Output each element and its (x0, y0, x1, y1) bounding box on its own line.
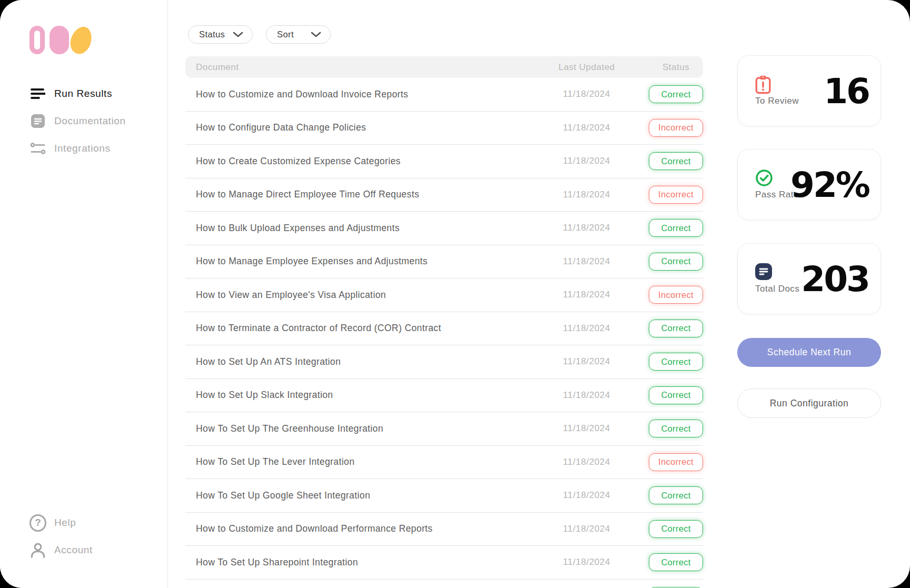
document-icon (29, 114, 46, 128)
sidebar-item-help[interactable]: ?Help (0, 509, 167, 536)
table-row[interactable]: How to Configure Data Change Policies11/… (185, 112, 703, 145)
schedule-next-run-button[interactable]: Schedule Next Run (737, 338, 881, 367)
app-window: Run ResultsDocumentationIntegrations ?He… (0, 0, 910, 588)
logo-shape-yellow-egg (67, 24, 95, 56)
table-row[interactable]: How to Manage Direct Employee Time Off R… (185, 178, 703, 212)
document-title: How to Manage Direct Employee Time Off R… (196, 189, 419, 200)
chevron-down-icon (311, 30, 321, 39)
table-row[interactable]: How to Customize and Download Invoice Re… (185, 78, 703, 112)
table-row[interactable]: How To Set Up Sharepoint Integration11/1… (185, 546, 703, 580)
chevron-down-icon (233, 30, 243, 39)
status-badge: Correct (649, 219, 703, 237)
document-title: How to Customize and Download Performanc… (196, 523, 433, 534)
account-icon (29, 541, 46, 559)
document-table: How to Customize and Download Invoice Re… (185, 78, 703, 588)
sidebar-item-label: Help (54, 517, 76, 529)
status-badge: Incorrect (649, 453, 703, 471)
status-badge: Correct (649, 386, 703, 404)
sidebar-footer-nav: ?HelpAccount (0, 509, 167, 564)
integrations-icon (29, 143, 46, 154)
table-row[interactable]: How To Set Up The Lever Integration11/18… (185, 446, 703, 480)
sidebar-item-run-results[interactable]: Run Results (0, 80, 167, 107)
clipboard-alert-icon (755, 75, 771, 96)
status-badge: Correct (649, 353, 703, 371)
stat-value: 16 (824, 71, 869, 111)
status-filter-dropdown[interactable]: Status (188, 25, 253, 44)
last-updated-date: 11/18/2024 (555, 190, 618, 200)
sidebar-nav: Run ResultsDocumentationIntegrations (0, 80, 167, 162)
sidebar-item-label: Account (54, 544, 93, 556)
status-badge: Correct (649, 253, 703, 271)
app-logo (29, 26, 91, 54)
last-updated-date: 11/18/2024 (555, 490, 618, 501)
last-updated-date: 11/18/2024 (555, 356, 618, 367)
status-filter-label: Status (199, 29, 225, 39)
document-title: How to Manage Employee Expenses and Adju… (196, 256, 428, 267)
sidebar-item-label: Run Results (54, 88, 112, 99)
last-updated-date: 11/18/2024 (555, 123, 618, 133)
table-row[interactable]: How to Terminate a Contractor of Record … (185, 312, 703, 346)
table-row[interactable]: How to Bulk Upload Expenses and Adjustme… (185, 212, 703, 245)
table-row[interactable]: How To Set Up Google Sheet Integration11… (185, 479, 703, 513)
column-header-document: Document (196, 62, 239, 73)
table-row[interactable]: How to View an Employee's Visa Applicati… (185, 278, 703, 312)
filter-lines-icon (29, 88, 46, 99)
stat-card-pass-rate: Pass Rate92% (737, 149, 881, 220)
last-updated-date: 11/18/2024 (555, 256, 618, 267)
column-header-status: Status (649, 62, 703, 73)
status-badge: Incorrect (649, 119, 703, 137)
document-title: How to Bulk Upload Expenses and Adjustme… (196, 223, 400, 234)
document-title: How to Set Up An ATS Integration (196, 356, 341, 367)
sidebar-item-label: Documentation (54, 115, 126, 127)
last-updated-date: 11/18/2024 (555, 223, 618, 233)
last-updated-date: 11/18/2024 (555, 390, 618, 401)
stat-card-total-docs: Total Docs203 (737, 243, 881, 314)
document-title: How to Configure Data Change Policies (196, 122, 366, 133)
document-title: How to View an Employee's Visa Applicati… (196, 290, 386, 301)
stat-label: Total Docs (755, 284, 799, 294)
table-header: Document Last Updated Status (185, 56, 703, 78)
status-badge: Correct (649, 85, 703, 103)
run-configuration-button[interactable]: Run Configuration (737, 388, 881, 418)
last-updated-date: 11/18/2024 (555, 290, 618, 300)
sidebar-item-integrations[interactable]: Integrations (0, 135, 167, 162)
sort-dropdown-label: Sort (277, 29, 294, 39)
table-row[interactable]: How to Set Up An ATS Integration11/18/20… (185, 345, 703, 379)
document-title: How to Terminate a Contractor of Record … (196, 323, 441, 334)
status-badge: Correct (649, 520, 703, 538)
last-updated-date: 11/18/2024 (555, 557, 618, 567)
table-row[interactable]: How to Create Customized Expense Categor… (185, 145, 703, 178)
document-title: How To Set Up The Lever Integration (196, 456, 354, 467)
doc-lines-icon (755, 263, 772, 282)
logo-shape-pink-solid (50, 26, 69, 54)
sidebar: Run ResultsDocumentationIntegrations ?He… (0, 0, 168, 588)
check-circle-icon (755, 169, 773, 189)
sort-dropdown[interactable]: Sort (266, 25, 331, 44)
status-badge: Incorrect (649, 286, 703, 304)
table-row[interactable]: How to Manage Employee Expenses and Adju… (185, 245, 703, 279)
logo-shape-pink-outline (29, 26, 45, 54)
table-row-partial[interactable] (185, 580, 703, 588)
status-badge: Correct (649, 553, 703, 571)
status-badge: Correct (649, 486, 703, 504)
status-badge: Incorrect (649, 186, 703, 204)
table-row[interactable]: How to Customize and Download Performanc… (185, 513, 703, 546)
stat-label: To Review (755, 96, 799, 106)
document-title: How to Customize and Download Invoice Re… (196, 89, 408, 100)
last-updated-date: 11/18/2024 (555, 457, 618, 467)
status-badge: Correct (649, 420, 703, 437)
status-badge: Correct (649, 152, 703, 170)
sidebar-item-documentation[interactable]: Documentation (0, 107, 167, 135)
document-title: How To Set Up Sharepoint Integration (196, 557, 358, 568)
stat-value: 92% (790, 164, 869, 205)
help-icon: ? (29, 514, 46, 532)
stat-card-to-review: To Review16 (737, 55, 881, 126)
stat-value: 203 (801, 258, 869, 299)
document-title: How To Set Up The Greenhouse Integration (196, 423, 383, 434)
table-row[interactable]: How To Set Up The Greenhouse Integration… (185, 412, 703, 446)
document-title: How To Set Up Google Sheet Integration (196, 490, 370, 501)
document-title: How to Create Customized Expense Categor… (196, 156, 401, 167)
last-updated-date: 11/18/2024 (555, 524, 618, 534)
sidebar-item-account[interactable]: Account (0, 536, 167, 564)
table-row[interactable]: How to Set Up Slack Integration11/18/202… (185, 379, 703, 413)
